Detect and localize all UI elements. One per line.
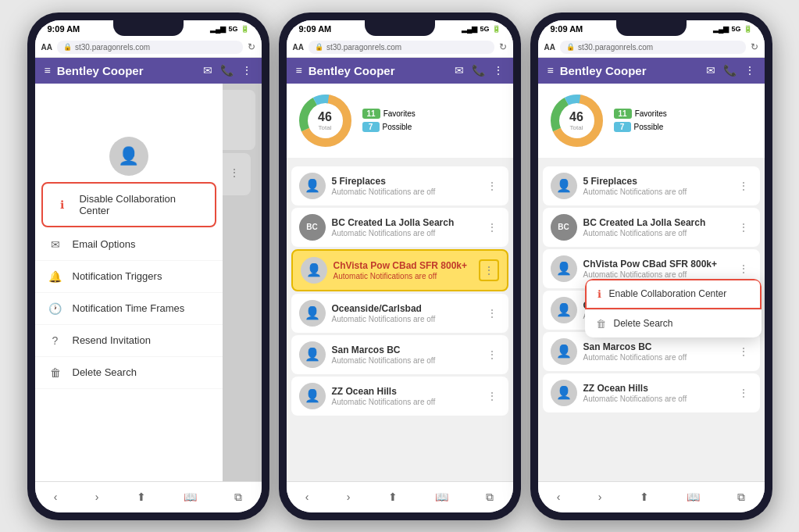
disable-icon: ℹ: [55, 198, 70, 211]
phone-icon-middle[interactable]: 📞: [472, 64, 485, 77]
url-bar-left[interactable]: 🔒 st30.paragonrels.com: [57, 41, 243, 54]
email-icon-middle[interactable]: ✉: [455, 64, 464, 77]
nav-book-middle[interactable]: 📖: [429, 487, 455, 506]
browser-bar-right: AA 🔒 st30.paragonrels.com ↻: [538, 37, 765, 58]
donut-lbl-right: Total: [569, 124, 583, 131]
popup-delete-search[interactable]: 🗑 Delete Search: [585, 310, 762, 337]
menu-item-disable[interactable]: ℹ Disable Collaboration Center: [41, 182, 216, 227]
search-name-oceanhills-middle: ZZ Ocean Hills: [332, 386, 477, 397]
phone-screen-middle: 9:09 AM ▂▄▆ 5G 🔋 AA 🔒 st30.paragonrels.c…: [287, 20, 513, 512]
screen-content-right: 46 Total 11 Favorites 7 Possible: [538, 84, 765, 481]
browser-aa-middle[interactable]: AA: [293, 43, 304, 52]
side-menu-left: 👤 ℹ Disable Collaboration Center ✉ Email…: [35, 84, 223, 481]
avatar-oceanhills-right: 👤: [551, 380, 577, 406]
menu-item-timeframes[interactable]: 🕐 Notification Time Frames: [35, 293, 223, 325]
avatar-oceanhills-middle: 👤: [299, 383, 326, 409]
dots-fireplaces-right[interactable]: ⋮: [735, 177, 752, 195]
nav-forward-left[interactable]: ›: [89, 487, 105, 506]
refresh-icon-right[interactable]: ↻: [751, 41, 758, 52]
more-icon-left[interactable]: ⋮: [241, 64, 252, 77]
search-item-fireplaces-middle[interactable]: 👤 5 Fireplaces Automatic Notifications a…: [291, 166, 508, 205]
search-item-bc-middle[interactable]: BC BC Created La Jolla Search Automatic …: [291, 208, 508, 247]
dots-fireplaces-middle[interactable]: ⋮: [483, 177, 501, 195]
search-sub-fireplaces-middle: Automatic Notifications are off: [332, 187, 477, 196]
search-item-fireplaces-right[interactable]: 👤 5 Fireplaces Automatic Notifications a…: [543, 166, 760, 205]
popup-enable-collaboration[interactable]: ℹ Enable Collaboration Center: [585, 279, 762, 309]
nav-tabs-right[interactable]: ⧉: [731, 487, 751, 507]
nav-forward-right[interactable]: ›: [592, 487, 608, 506]
menu-item-triggers[interactable]: 🔔 Notification Triggers: [35, 261, 223, 293]
nav-tabs-middle[interactable]: ⧉: [480, 487, 500, 507]
email-icon-left[interactable]: ✉: [203, 64, 212, 77]
browser-aa-right[interactable]: AA: [544, 43, 555, 52]
app-header-left-right: ≡ Bentley Cooper: [548, 64, 647, 77]
phone-icon-right[interactable]: 📞: [723, 64, 737, 77]
search-name-bc-right: BC Created La Jolla Search: [583, 217, 729, 228]
dots-chvista-right[interactable]: ⋮: [735, 259, 752, 278]
dots-oceanhills-middle[interactable]: ⋮: [483, 387, 501, 405]
popup-menu-right: ℹ Enable Collaboration Center 🗑 Delete S…: [585, 279, 762, 337]
dots-oceanside-middle[interactable]: ⋮: [483, 304, 501, 323]
dots-oceanhills-right[interactable]: ⋮: [735, 384, 752, 402]
lock-icon: 🔒: [63, 43, 72, 51]
search-info-bc-right: BC Created La Jolla Search Automatic Not…: [583, 217, 729, 237]
search-item-sanmarcos-middle[interactable]: 👤 San Marcos BC Automatic Notifications …: [291, 335, 508, 374]
search-item-sanmarcos-right[interactable]: 👤 San Marcos BC Automatic Notifications …: [543, 332, 760, 371]
search-sub-chvista-right: Automatic Notifications are off: [583, 270, 729, 279]
search-name-chvista-right: ChVista Pow CBad SFR 800k+: [583, 259, 729, 270]
signal-bars-middle: ▂▄▆: [462, 25, 477, 33]
refresh-icon-left[interactable]: ↻: [248, 41, 255, 52]
triggers-label: Notification Triggers: [73, 270, 162, 282]
search-list-middle: 👤 5 Fireplaces Automatic Notifications a…: [287, 161, 513, 421]
url-bar-right[interactable]: 🔒 st30.paragonrels.com: [560, 41, 746, 54]
more-icon-middle[interactable]: ⋮: [493, 64, 504, 77]
nav-forward-middle[interactable]: ›: [341, 487, 357, 506]
search-info-bc-middle: BC Created La Jolla Search Automatic Not…: [332, 217, 477, 237]
delete-icon: 🗑: [48, 366, 63, 379]
phone-icon-left[interactable]: 📞: [220, 64, 234, 77]
browser-aa-left[interactable]: AA: [41, 43, 52, 52]
screen-content-left: 31 Total 22Undecided 3Favorites 2Possibl…: [35, 84, 262, 481]
nav-share-middle[interactable]: ⬆: [382, 487, 404, 506]
nav-share-right[interactable]: ⬆: [633, 487, 655, 506]
search-item-oceanhills-middle[interactable]: 👤 ZZ Ocean Hills Automatic Notifications…: [291, 377, 508, 416]
avatar-bc-middle: BC: [299, 214, 326, 241]
status-icons-middle: ▂▄▆ 5G 🔋: [462, 25, 500, 33]
dots-bc-right[interactable]: ⋮: [735, 218, 752, 237]
hamburger-icon-right[interactable]: ≡: [548, 64, 554, 77]
delete-label: Delete Search: [73, 366, 137, 378]
dots-sanmarcos-middle[interactable]: ⋮: [483, 345, 501, 364]
url-bar-middle[interactable]: 🔒 st30.paragonrels.com: [309, 41, 494, 54]
nav-back-left[interactable]: ‹: [48, 487, 64, 506]
nav-back-right[interactable]: ‹: [551, 487, 567, 506]
nav-back-middle[interactable]: ‹: [299, 487, 316, 506]
search-sub-sanmarcos-middle: Automatic Notifications are off: [332, 356, 477, 365]
nav-tabs-left[interactable]: ⧉: [228, 487, 248, 507]
search-item-bc-right[interactable]: BC BC Created La Jolla Search Automatic …: [543, 208, 760, 247]
app-header-icons-right: ✉ 📞 ⋮: [706, 64, 755, 77]
possible-label-right: Possible: [634, 123, 664, 131]
menu-item-email[interactable]: ✉ Email Options: [35, 229, 223, 261]
app-title-right: Bentley Cooper: [560, 64, 647, 77]
dots-chvista-middle[interactable]: ⋮: [479, 259, 499, 281]
app-title-middle: Bentley Cooper: [309, 64, 395, 77]
menu-item-resend[interactable]: ? Resend Invitation: [35, 325, 223, 357]
search-item-oceanhills-right[interactable]: 👤 ZZ Ocean Hills Automatic Notifications…: [543, 373, 760, 412]
nav-book-left[interactable]: 📖: [177, 487, 203, 506]
hamburger-icon-middle[interactable]: ≡: [296, 64, 302, 77]
refresh-icon-middle[interactable]: ↻: [499, 41, 507, 52]
avatar-sanmarcos-middle: 👤: [299, 341, 326, 368]
email-icon-right[interactable]: ✉: [706, 64, 715, 77]
more-icon-right[interactable]: ⋮: [744, 64, 755, 77]
signal-bars-right: ▂▄▆: [713, 25, 729, 33]
menu-item-delete[interactable]: 🗑 Delete Search: [35, 357, 223, 389]
search-item-chvista-middle[interactable]: 👤 ChVista Pow CBad SFR 800k+ Automatic N…: [291, 249, 508, 291]
nav-book-right[interactable]: 📖: [680, 487, 706, 506]
chart-section-right: 46 Total 11 Favorites 7 Possible: [538, 84, 765, 158]
nav-share-left[interactable]: ⬆: [130, 487, 152, 506]
dots-sanmarcos-right[interactable]: ⋮: [735, 342, 752, 361]
hamburger-icon-left[interactable]: ≡: [45, 64, 51, 77]
donut-chart-middle: 46 Total: [296, 91, 355, 150]
search-item-oceanside-middle[interactable]: 👤 Oceanside/Carlsbad Automatic Notificat…: [291, 294, 508, 333]
dots-bc-middle[interactable]: ⋮: [483, 218, 501, 237]
